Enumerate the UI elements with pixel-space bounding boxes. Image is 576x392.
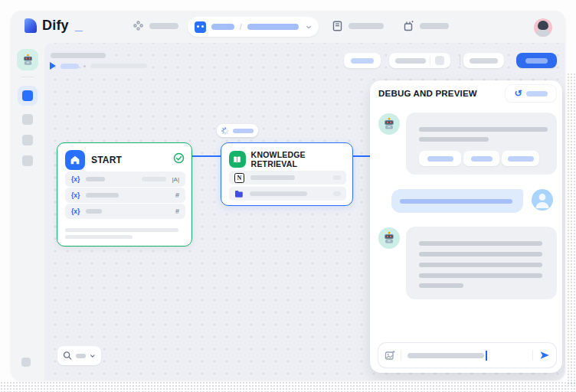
segment-divider [430, 56, 430, 65]
canvas-title-skeleton [51, 53, 106, 58]
running-label-skeleton [233, 129, 254, 133]
grain-texture-right [567, 73, 576, 384]
message-line-skeleton [419, 283, 463, 288]
start-node-header: START [65, 150, 122, 170]
user-avatar[interactable] [534, 18, 552, 37]
variable-name-skeleton [86, 177, 105, 181]
node-description-skeleton-2 [65, 235, 133, 239]
publish-button[interactable] [516, 53, 557, 68]
person-icon [532, 189, 553, 211]
sidebar-item-3[interactable] [22, 155, 33, 166]
run-label-skeleton [61, 64, 79, 69]
restart-icon: ↺ [514, 89, 522, 98]
type-number-icon: # [175, 191, 179, 199]
restart-conversation-button[interactable]: ↺ [506, 85, 556, 102]
message-line-skeleton [419, 137, 489, 142]
chevron-down-icon [90, 353, 96, 359]
workflow-name-skeleton [247, 24, 299, 30]
toolbar-run-button[interactable] [344, 53, 381, 68]
nav-knowledge-item[interactable] [332, 21, 384, 31]
success-check-icon [173, 152, 185, 164]
variable-icon: {x} [71, 207, 80, 215]
robot-avatar-icon [382, 117, 396, 131]
active-item-glyph [22, 90, 33, 101]
plugin-icon [403, 21, 414, 31]
segment-icon-skeleton [435, 56, 444, 65]
sidebar-item-2[interactable] [22, 135, 33, 145]
dify-logo[interactable]: Dify _ [25, 18, 83, 34]
message-line-skeleton [419, 252, 542, 256]
desktop-background: Dify _ / [0, 0, 576, 392]
grain-texture-bottom [0, 381, 576, 392]
nav-tools-item[interactable] [403, 21, 449, 31]
spinner-icon [221, 127, 229, 135]
node-description-skeleton-1 [65, 228, 178, 232]
run-play-icon[interactable] [50, 62, 56, 70]
chat-input[interactable] [378, 343, 556, 368]
chevron-down-icon [306, 24, 312, 31]
left-sidebar [11, 43, 44, 381]
bot-message-bubble [406, 227, 557, 299]
variable-icon: {x} [71, 191, 80, 199]
sidebar-item-active[interactable] [18, 86, 38, 106]
text-caret [486, 351, 487, 361]
sidebar-current-app-icon[interactable] [17, 49, 38, 70]
toolbar-divider [460, 56, 460, 65]
node-running-badge [217, 124, 258, 137]
user-message-bubble [391, 189, 523, 213]
grid-dots-icon [133, 21, 143, 31]
send-button[interactable] [539, 350, 550, 361]
nav-tools-skeleton [420, 23, 449, 29]
knowledge-source-row-folder [229, 187, 346, 201]
nav-explore-skeleton [149, 23, 178, 29]
nav-explore-item[interactable] [133, 21, 178, 31]
suggestion-skeleton [471, 156, 493, 162]
node-knowledge-retrieval[interactable]: KNOWLEDGE RETRIEVAL N [221, 142, 353, 206]
suggestion-skeleton [508, 156, 534, 162]
segment-label-skeleton [395, 58, 426, 64]
start-variable-row-3: {x} # [65, 204, 185, 219]
image-upload-icon[interactable] [385, 350, 395, 361]
top-header: Dify _ / [11, 11, 565, 43]
run-info-row [50, 62, 147, 70]
suggestion-skeleton [427, 156, 453, 162]
open-book-icon [229, 151, 246, 168]
robot-avatar-icon [382, 231, 396, 245]
suggested-question-button-1[interactable] [419, 151, 461, 166]
dify-logo-text: Dify [42, 18, 69, 34]
restart-label-skeleton [526, 91, 548, 96]
message-line-skeleton [419, 273, 542, 278]
type-paragraph-icon: |A| [172, 176, 180, 183]
debug-preview-panel: DEBUG AND PREVIEW ↺ [370, 80, 562, 373]
zoom-control[interactable] [57, 346, 101, 365]
robot-app-icon [21, 54, 34, 67]
suggested-question-button-3[interactable] [502, 151, 539, 166]
type-number-icon: # [175, 207, 179, 215]
toolbar-secondary-button[interactable] [463, 53, 504, 68]
sidebar-item-bottom[interactable] [21, 358, 31, 367]
variable-name-skeleton [86, 193, 119, 198]
bot-avatar [378, 227, 400, 249]
input-divider [401, 350, 401, 361]
knowledge-source-row-notion: N [229, 171, 346, 185]
node-start[interactable]: START {x} |A| {x} # {x [57, 142, 192, 247]
app-robot-icon [195, 21, 206, 33]
start-node-title: START [91, 155, 122, 165]
avatar-hair [538, 21, 548, 30]
dot-separator [83, 65, 86, 67]
knowledge-node-title: KNOWLEDGE RETRIEVAL [251, 150, 352, 168]
variable-icon: {x} [71, 175, 80, 183]
book-icon [332, 21, 342, 31]
dataset-meta-skeleton [333, 175, 341, 180]
start-variable-row-1: {x} |A| [65, 172, 185, 187]
dify-logo-mark [25, 18, 37, 33]
suggested-question-button-2[interactable] [463, 151, 499, 166]
app-switcher[interactable]: / [188, 17, 319, 37]
toolbar-segmented-button[interactable] [389, 53, 450, 68]
edge-start-to-knowledge [192, 155, 221, 157]
nav-knowledge-skeleton [349, 23, 384, 29]
variable-value-skeleton [142, 177, 166, 181]
home-icon [65, 150, 85, 170]
dataset-name-skeleton [250, 191, 307, 196]
sidebar-item-1[interactable] [22, 114, 33, 125]
